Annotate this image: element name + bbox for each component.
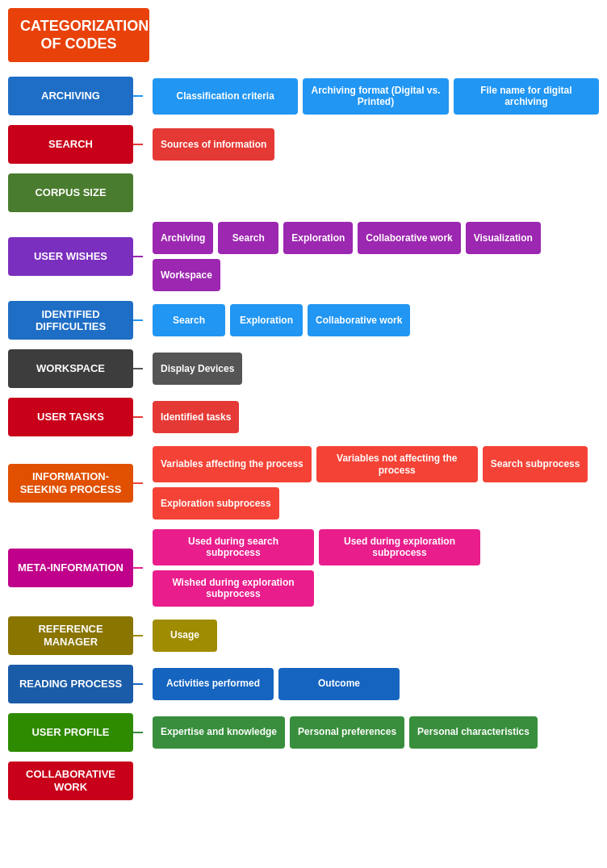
- title-box: CATEGORIZATION OF CODES: [8, 8, 149, 62]
- connector-search: [133, 144, 143, 145]
- children-wrapper-meta-information: Used during search subprocessUsed during…: [153, 529, 599, 607]
- connector-user-profile: [133, 732, 143, 733]
- connector-identified-difficulties: [133, 319, 143, 321]
- children-wrapper-reading-process: Activities performedOutcome: [153, 668, 599, 700]
- row-search: SEARCHSources of information: [8, 125, 599, 164]
- diagram-container: CATEGORIZATION OF CODES ARCHIVINGClassif…: [0, 0, 607, 818]
- cat-archiving: ARCHIVING: [8, 77, 133, 115]
- children-wrapper-archiving: Classification criteriaArchiving format …: [153, 78, 599, 115]
- child-user-profile-1: Personal preferences: [290, 716, 404, 749]
- children-meta-information: Used during search subprocessUsed during…: [143, 529, 599, 607]
- child-meta-information-1: Used during exploration subprocess: [319, 529, 480, 565]
- child-information-seeking-2: Search subprocess: [483, 446, 588, 482]
- child-user-wishes-3: Collaborative work: [358, 222, 460, 254]
- title-line1: CATEGORIZATION: [20, 18, 149, 34]
- child-search-0: Sources of information: [153, 128, 274, 161]
- row-meta-information: META-INFORMATIONUsed during search subpr…: [8, 529, 599, 607]
- child-archiving-1: Archiving format (Digital vs. Printed): [303, 78, 448, 115]
- title-line2: OF CODES: [40, 35, 116, 52]
- cat-reading-process: READING PROCESS: [8, 665, 133, 703]
- connector-reading-process: [133, 683, 143, 685]
- children-wrapper-user-tasks: Identified tasks: [153, 401, 599, 433]
- row-user-wishes: USER WISHESArchivingSearchExplorationCol…: [8, 222, 599, 291]
- connector-user-wishes: [133, 256, 143, 257]
- children-user-profile: Expertise and knowledgePersonal preferen…: [143, 716, 599, 749]
- children-wrapper-reference-manager: Usage: [153, 620, 599, 652]
- row-archiving: ARCHIVINGClassification criteriaArchivin…: [8, 77, 599, 115]
- row-identified-difficulties: IDENTIFIED DIFFICULTIESSearchExploration…: [8, 301, 599, 340]
- cat-user-tasks: USER TASKS: [8, 398, 133, 436]
- child-workspace-0: Display Devices: [153, 353, 242, 385]
- cat-search: SEARCH: [8, 125, 133, 164]
- child-reference-manager-0: Usage: [153, 620, 217, 652]
- child-meta-information-0: Used during search subprocess: [153, 529, 314, 565]
- children-wrapper-user-profile: Expertise and knowledgePersonal preferen…: [153, 716, 599, 749]
- cat-meta-information: META-INFORMATION: [8, 549, 133, 587]
- children-reading-process: Activities performedOutcome: [143, 668, 599, 700]
- connector-user-tasks: [133, 416, 143, 418]
- connector-workspace: [133, 368, 143, 369]
- child-information-seeking-3: Exploration subprocess: [153, 487, 279, 520]
- children-wrapper-identified-difficulties: SearchExplorationCollaborative work: [153, 304, 599, 336]
- children-identified-difficulties: SearchExplorationCollaborative work: [143, 304, 599, 336]
- children-user-wishes: ArchivingSearchExplorationCollaborative …: [143, 222, 599, 291]
- categories-container: ARCHIVINGClassification criteriaArchivin…: [8, 77, 599, 799]
- cat-workspace: WORKSPACE: [8, 349, 133, 388]
- child-user-profile-0: Expertise and knowledge: [153, 716, 285, 749]
- row-user-tasks: USER TASKSIdentified tasks: [8, 398, 599, 436]
- children-information-seeking: Variables affecting the processVariables…: [143, 446, 599, 520]
- children-archiving: Classification criteriaArchiving format …: [143, 78, 599, 115]
- cat-information-seeking: INFORMATION-SEEKING PROCESS: [8, 464, 133, 503]
- row-collaborative-work: COLLABORATIVE WORK: [8, 762, 599, 800]
- child-archiving-0: Classification criteria: [153, 78, 298, 115]
- children-reference-manager: Usage: [143, 620, 599, 652]
- cat-corpus-size: CORPUS SIZE: [8, 173, 133, 212]
- row-reading-process: READING PROCESSActivities performedOutco…: [8, 665, 599, 703]
- children-workspace: Display Devices: [143, 353, 599, 385]
- child-identified-difficulties-0: Search: [153, 304, 225, 336]
- connector-archiving: [133, 95, 143, 97]
- cat-reference-manager: REFERENCE MANAGER: [8, 616, 133, 655]
- cat-user-profile: USER PROFILE: [8, 713, 133, 752]
- child-user-wishes-5: Workspace: [153, 259, 220, 291]
- child-information-seeking-0: Variables affecting the process: [153, 446, 312, 482]
- child-meta-information-2: Wished during exploration subprocess: [153, 570, 314, 607]
- children-search: Sources of information: [143, 128, 599, 161]
- child-identified-difficulties-1: Exploration: [230, 304, 303, 336]
- connector-meta-information: [133, 567, 143, 569]
- children-user-tasks: Identified tasks: [143, 401, 599, 433]
- row-reference-manager: REFERENCE MANAGERUsage: [8, 616, 599, 655]
- row-workspace: WORKSPACEDisplay Devices: [8, 349, 599, 388]
- child-reading-process-1: Outcome: [278, 668, 400, 700]
- cat-identified-difficulties: IDENTIFIED DIFFICULTIES: [8, 301, 133, 340]
- row-information-seeking: INFORMATION-SEEKING PROCESSVariables aff…: [8, 446, 599, 520]
- child-user-tasks-0: Identified tasks: [153, 401, 239, 433]
- row-corpus-size: CORPUS SIZE: [8, 173, 599, 212]
- children-wrapper-user-wishes: ArchivingSearchExplorationCollaborative …: [153, 222, 599, 291]
- cat-user-wishes: USER WISHES: [8, 237, 133, 276]
- child-user-profile-2: Personal characteristics: [409, 716, 538, 749]
- child-user-wishes-0: Archiving: [153, 222, 213, 254]
- child-archiving-2: File name for digital archiving: [454, 78, 599, 115]
- children-wrapper-search: Sources of information: [153, 128, 599, 161]
- connector-information-seeking: [133, 482, 143, 484]
- child-information-seeking-1: Variables not affecting the process: [316, 446, 478, 482]
- child-identified-difficulties-2: Collaborative work: [308, 304, 410, 336]
- child-reading-process-0: Activities performed: [153, 668, 274, 700]
- children-wrapper-workspace: Display Devices: [153, 353, 599, 385]
- row-user-profile: USER PROFILEExpertise and knowledgePerso…: [8, 713, 599, 752]
- child-user-wishes-2: Exploration: [283, 222, 353, 254]
- connector-reference-manager: [133, 635, 143, 636]
- child-user-wishes-1: Search: [218, 222, 278, 254]
- cat-collaborative-work: COLLABORATIVE WORK: [8, 762, 133, 800]
- child-user-wishes-4: Visualization: [466, 222, 541, 254]
- children-wrapper-information-seeking: Variables affecting the processVariables…: [153, 446, 599, 520]
